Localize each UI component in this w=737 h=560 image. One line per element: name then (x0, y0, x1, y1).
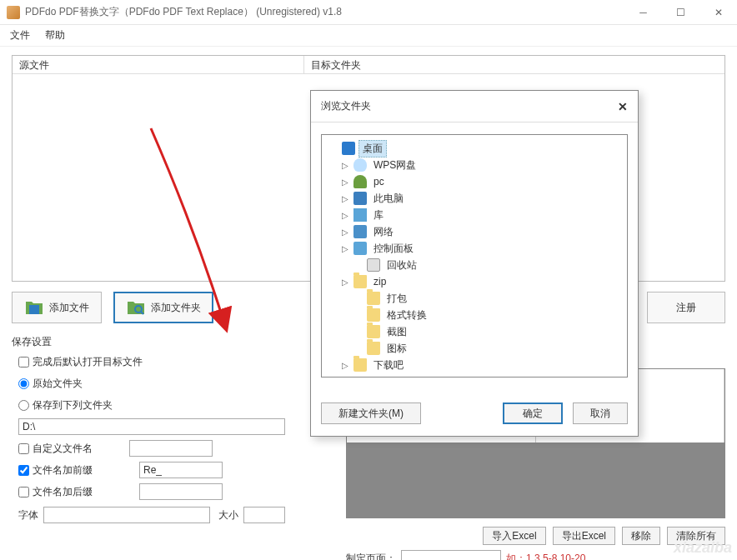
panel-icon (353, 242, 367, 255)
tree-node[interactable]: ▷图标 (325, 340, 624, 357)
minimize-button[interactable]: ─ (624, 0, 662, 25)
custom-name-checkbox[interactable]: 自定义文件名 (18, 442, 93, 456)
clear-all-button[interactable]: 清除所有 (667, 527, 725, 545)
tree-node[interactable]: ▷截图 (325, 323, 624, 340)
net-icon (353, 225, 367, 238)
folder-file-icon (24, 298, 44, 318)
cancel-button[interactable]: 取消 (573, 402, 628, 424)
tree-label: 打包 (384, 291, 410, 307)
folder-search-icon (126, 298, 146, 318)
expand-icon[interactable]: ▷ (340, 244, 350, 253)
tree-node[interactable]: ▷WPS网盘 (325, 157, 624, 173)
tree-node[interactable]: ▷打包 (325, 290, 624, 307)
menubar: 文件 帮助 (0, 25, 737, 47)
tree-label: 格式转换 (384, 308, 430, 323)
expand-icon[interactable]: ▷ (340, 361, 350, 370)
expand-icon[interactable]: ▷ (340, 178, 350, 187)
ok-button[interactable]: 确定 (503, 402, 563, 424)
menu-help[interactable]: 帮助 (45, 28, 65, 42)
folder-icon (367, 342, 380, 355)
folder-icon (367, 308, 380, 322)
tree-label: 图标 (384, 341, 410, 357)
tree-label: zip (370, 275, 389, 288)
export-excel-button[interactable]: 导出Excel (553, 527, 615, 545)
page-label: 制定页面： (346, 552, 396, 561)
expand-icon[interactable]: ▷ (340, 228, 350, 237)
size-label: 大小 (218, 508, 238, 522)
tree-label: WPS网盘 (370, 158, 419, 173)
tree-node[interactable]: ▷网络 (325, 223, 624, 240)
pc-icon (353, 192, 367, 205)
tree-label: 此电脑 (370, 191, 407, 207)
add-file-label: 添加文件 (49, 301, 89, 315)
folder-icon (367, 325, 380, 338)
tree-node[interactable]: ▷pc (325, 173, 624, 190)
font-label: 字体 (18, 508, 38, 522)
dialog-close-button[interactable]: ✕ (618, 100, 628, 113)
lib-icon (353, 208, 367, 222)
tree-label: 库 (370, 208, 387, 223)
replace-grid[interactable] (346, 443, 725, 518)
save-to-radio[interactable]: 保存到下列文件夹 (18, 398, 113, 412)
open-after-checkbox[interactable]: 完成后默认打开目标文件 (18, 355, 143, 369)
add-folder-label: 添加文件夹 (151, 301, 201, 315)
file-list-header: 源文件 目标文件夹 (13, 56, 724, 74)
desktop-icon (342, 142, 355, 155)
suffix-input[interactable] (139, 483, 223, 500)
tree-node[interactable]: ▷库 (325, 207, 624, 223)
add-folder-button[interactable]: 添加文件夹 (113, 292, 213, 323)
tree-label: 截图 (384, 324, 410, 340)
custom-name-input[interactable] (129, 440, 213, 457)
tree-node[interactable]: ▷下载吧 (325, 357, 624, 373)
add-file-button[interactable]: 添加文件 (12, 292, 102, 323)
folder-tree[interactable]: ▷桌面▷WPS网盘▷pc▷此电脑▷库▷网络▷控制面板▷回收站▷zip▷打包▷格式… (321, 134, 628, 378)
remove-button[interactable]: 移除 (622, 527, 660, 545)
expand-icon[interactable]: ▷ (340, 211, 350, 220)
tree-node[interactable]: ▷此电脑 (325, 190, 624, 207)
col-source[interactable]: 源文件 (13, 56, 304, 73)
orig-folder-radio[interactable]: 原始文件夹 (18, 377, 83, 391)
dialog-title: 浏览文件夹 (321, 99, 618, 113)
page-hint: 如：1,3,5-8,10-20 (506, 552, 585, 561)
register-label: 注册 (676, 301, 696, 315)
tree-label: 网络 (370, 224, 397, 240)
col-target[interactable]: 目标文件夹 (304, 56, 638, 73)
tree-label: 桌面 (358, 140, 387, 158)
suffix-checkbox[interactable]: 文件名加后缀 (18, 485, 93, 499)
cloud-icon (353, 158, 367, 172)
new-folder-button[interactable]: 新建文件夹(M) (321, 402, 421, 424)
titlebar: PDFdo PDF替换文字（PDFdo PDF Text Replace） (U… (0, 0, 737, 25)
folder-icon (353, 275, 367, 288)
recycle-icon (367, 258, 380, 272)
expand-icon[interactable]: ▷ (340, 161, 350, 170)
prefix-input[interactable] (139, 462, 223, 478)
tree-node[interactable]: ▷格式转换 (325, 307, 624, 323)
menu-file[interactable]: 文件 (10, 28, 30, 42)
tree-node[interactable]: ▷控制面板 (325, 240, 624, 257)
tree-node[interactable]: ▷桌面 (325, 140, 624, 157)
tree-node[interactable]: ▷回收站 (325, 257, 624, 273)
folder-icon (353, 358, 367, 372)
window-title: PDFdo PDF替换文字（PDFdo PDF Text Replace） (U… (25, 5, 624, 19)
register-button[interactable]: 注册 (647, 292, 725, 323)
tree-label: 控制面板 (370, 241, 417, 257)
save-path-input[interactable] (18, 418, 285, 435)
tree-label: pc (370, 175, 388, 188)
user-icon (353, 175, 367, 188)
tree-node[interactable]: ▷zip (325, 273, 624, 290)
page-input[interactable] (401, 550, 501, 560)
browse-folder-dialog: 浏览文件夹 ✕ ▷桌面▷WPS网盘▷pc▷此电脑▷库▷网络▷控制面板▷回收站▷z… (310, 90, 639, 437)
app-icon (7, 6, 20, 19)
expand-icon[interactable]: ▷ (340, 278, 350, 287)
folder-icon (367, 292, 380, 305)
expand-icon[interactable]: ▷ (340, 194, 350, 203)
import-excel-button[interactable]: 导入Excel (483, 527, 545, 545)
tree-label: 回收站 (384, 258, 420, 273)
close-button[interactable]: ✕ (699, 0, 737, 25)
prefix-checkbox[interactable]: 文件名加前缀 (18, 463, 93, 478)
size-input[interactable] (243, 507, 285, 523)
font-input[interactable] (43, 507, 210, 523)
tree-label: 下载吧 (370, 358, 407, 373)
maximize-button[interactable]: ☐ (662, 0, 699, 25)
